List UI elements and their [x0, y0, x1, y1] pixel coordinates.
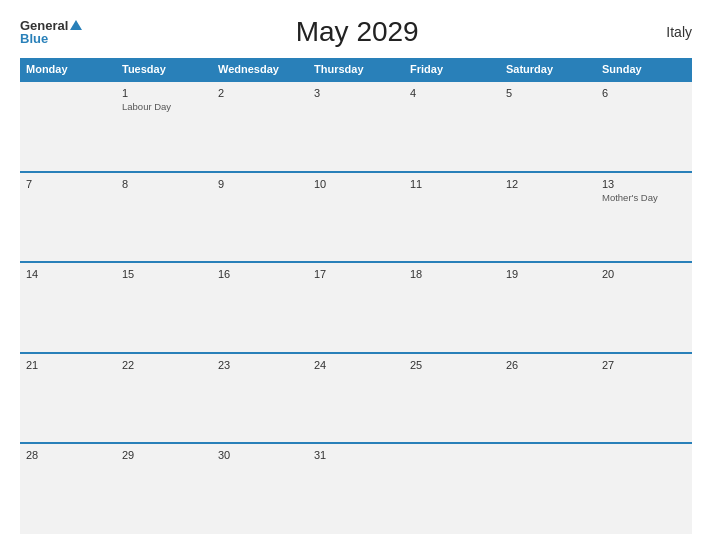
- day-cell: [596, 443, 692, 534]
- day-number: 28: [26, 449, 110, 461]
- day-number: 1: [122, 87, 206, 99]
- day-number: 24: [314, 359, 398, 371]
- day-number: 22: [122, 359, 206, 371]
- event-label: Mother's Day: [602, 192, 686, 203]
- day-cell: 12: [500, 172, 596, 263]
- day-cell: [404, 443, 500, 534]
- day-cell: 25: [404, 353, 500, 444]
- day-number: 7: [26, 178, 110, 190]
- day-number: 3: [314, 87, 398, 99]
- day-number: 18: [410, 268, 494, 280]
- calendar-table: MondayTuesdayWednesdayThursdayFridaySatu…: [20, 58, 692, 534]
- day-cell: 9: [212, 172, 308, 263]
- day-number: 20: [602, 268, 686, 280]
- day-cell: 23: [212, 353, 308, 444]
- logo-triangle-icon: [70, 20, 82, 30]
- event-label: Labour Day: [122, 101, 206, 112]
- day-number: 16: [218, 268, 302, 280]
- day-cell: 3: [308, 81, 404, 172]
- col-header-friday: Friday: [404, 58, 500, 81]
- day-number: 15: [122, 268, 206, 280]
- logo: General Blue: [20, 19, 82, 45]
- day-cell: 5: [500, 81, 596, 172]
- day-cell: 1Labour Day: [116, 81, 212, 172]
- day-cell: 14: [20, 262, 116, 353]
- day-number: 21: [26, 359, 110, 371]
- day-number: 12: [506, 178, 590, 190]
- week-row-3: 14151617181920: [20, 262, 692, 353]
- day-cell: 28: [20, 443, 116, 534]
- day-cell: 8: [116, 172, 212, 263]
- day-number: 14: [26, 268, 110, 280]
- col-header-saturday: Saturday: [500, 58, 596, 81]
- day-number: 30: [218, 449, 302, 461]
- day-number: 10: [314, 178, 398, 190]
- header: General Blue May 2029 Italy: [20, 16, 692, 48]
- calendar-header-row: MondayTuesdayWednesdayThursdayFridaySatu…: [20, 58, 692, 81]
- day-cell: 13Mother's Day: [596, 172, 692, 263]
- col-header-tuesday: Tuesday: [116, 58, 212, 81]
- day-number: 11: [410, 178, 494, 190]
- day-number: 9: [218, 178, 302, 190]
- day-number: 23: [218, 359, 302, 371]
- day-number: 2: [218, 87, 302, 99]
- day-cell: 31: [308, 443, 404, 534]
- day-number: 29: [122, 449, 206, 461]
- day-number: 31: [314, 449, 398, 461]
- day-number: 6: [602, 87, 686, 99]
- day-cell: [20, 81, 116, 172]
- day-cell: 30: [212, 443, 308, 534]
- day-number: 26: [506, 359, 590, 371]
- week-row-5: 28293031: [20, 443, 692, 534]
- day-number: 19: [506, 268, 590, 280]
- week-row-2: 78910111213Mother's Day: [20, 172, 692, 263]
- col-header-thursday: Thursday: [308, 58, 404, 81]
- day-cell: 2: [212, 81, 308, 172]
- country-label: Italy: [632, 24, 692, 40]
- logo-blue-text: Blue: [20, 32, 48, 45]
- day-number: 5: [506, 87, 590, 99]
- week-row-1: 1Labour Day23456: [20, 81, 692, 172]
- col-header-monday: Monday: [20, 58, 116, 81]
- day-cell: 26: [500, 353, 596, 444]
- day-number: 8: [122, 178, 206, 190]
- day-number: 4: [410, 87, 494, 99]
- day-cell: 11: [404, 172, 500, 263]
- day-cell: 10: [308, 172, 404, 263]
- day-number: 25: [410, 359, 494, 371]
- day-number: 13: [602, 178, 686, 190]
- day-number: 27: [602, 359, 686, 371]
- day-cell: [500, 443, 596, 534]
- calendar-title: May 2029: [82, 16, 632, 48]
- day-cell: 16: [212, 262, 308, 353]
- day-number: 17: [314, 268, 398, 280]
- page: General Blue May 2029 Italy MondayTuesda…: [0, 0, 712, 550]
- day-cell: 21: [20, 353, 116, 444]
- day-cell: 24: [308, 353, 404, 444]
- col-header-sunday: Sunday: [596, 58, 692, 81]
- col-header-wednesday: Wednesday: [212, 58, 308, 81]
- day-cell: 17: [308, 262, 404, 353]
- day-cell: 18: [404, 262, 500, 353]
- day-cell: 15: [116, 262, 212, 353]
- day-cell: 7: [20, 172, 116, 263]
- week-row-4: 21222324252627: [20, 353, 692, 444]
- day-cell: 29: [116, 443, 212, 534]
- day-cell: 6: [596, 81, 692, 172]
- day-cell: 19: [500, 262, 596, 353]
- day-cell: 20: [596, 262, 692, 353]
- day-cell: 27: [596, 353, 692, 444]
- day-cell: 4: [404, 81, 500, 172]
- day-cell: 22: [116, 353, 212, 444]
